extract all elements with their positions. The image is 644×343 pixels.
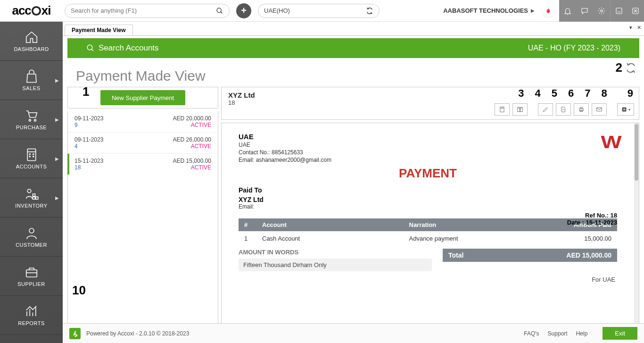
print-button[interactable] [574,103,589,116]
bell-icon [563,7,572,15]
attach-button[interactable] [495,103,510,116]
doc-company-contact: Contact No.: 8854125633 [239,149,331,156]
new-supplier-payment-button[interactable]: New Supplier Payment [100,90,185,105]
search-icon[interactable] [216,7,223,15]
nav-sales[interactable]: SALES ▶ [0,61,63,100]
search-input[interactable] [71,7,216,14]
scrollbar[interactable] [634,123,639,343]
svg-rect-21 [35,197,38,199]
marker-5: 5 [552,87,557,100]
nav-dashboard[interactable]: DASHBOARD [0,22,63,61]
sidebar: DASHBOARD SALES ▶ PURCHASE ▶ ACCOUNTS ▶ … [0,22,63,343]
paidto-label: Paid To [239,186,617,194]
marker-6: 6 [568,87,574,100]
messages-button[interactable] [576,0,593,22]
payment-item-selected[interactable]: 15-11-202318 AED 15,000.00ACTIVE [68,153,218,175]
svg-point-17 [33,156,33,157]
nav-purchase[interactable]: PURCHASE ▶ [0,100,63,139]
footer: Powered by Accoxi - 2.0.10 © 2018-2023 F… [63,323,644,343]
nav-reports[interactable]: REPORTS [0,296,63,335]
for-company: For UAE [443,276,617,283]
svg-rect-32 [518,107,520,111]
close-button[interactable] [627,0,644,22]
nav-inventory[interactable]: INVENTORY ▶ [0,178,63,218]
chart-icon [25,304,39,318]
attach-icon [499,106,505,113]
document-title: PAYMENT [239,166,617,181]
th-narration: Narration [409,218,556,231]
tab-dropdown[interactable]: ▾ [629,25,632,31]
detail-header: XYZ Ltd 18 3 4 5 6 7 8 9 [221,87,639,120]
journal-button[interactable] [512,103,528,116]
svg-point-14 [29,154,30,155]
logo-ring-icon [31,6,41,16]
branch-label: UAE(HO) [264,7,290,14]
printer-icon [578,106,585,113]
svg-point-11 [34,119,36,121]
search-accounts-button[interactable]: Search Accounts [86,43,159,53]
svg-point-10 [29,119,31,121]
edit-button[interactable] [538,103,553,116]
nav-accounts[interactable]: ACCOUNTS ▶ [0,139,63,178]
email-button[interactable] [592,103,607,116]
marker-9: 9 [627,87,633,100]
title-row: Payment Made View 2 [63,60,644,87]
footer-faq[interactable]: FAQ's [524,330,539,337]
marker-10: 10 [72,283,86,298]
tab-payment-made-view[interactable]: Payment Made View [65,25,133,35]
payment-item[interactable]: 09-11-20234 AED 26,000.00ACTIVE [68,132,218,153]
cart-icon [25,109,39,123]
th-num: # [239,218,262,231]
doc-date: Date : 15-11-2023 [567,219,617,226]
svg-point-15 [33,154,33,155]
svg-rect-12 [27,149,36,161]
doc-company-loc: UAE [239,142,331,148]
marker-8: 8 [602,87,607,100]
settings-button[interactable] [593,0,610,22]
svg-rect-38 [580,107,583,109]
payment-item[interactable]: 09-11-20239 AED 20,000.00ACTIVE [68,111,218,132]
sync-icon[interactable] [366,7,373,15]
fire-icon [545,8,552,14]
pdf-button[interactable] [556,103,571,116]
svg-rect-20 [33,197,35,199]
branch-selector[interactable]: UAE(HO) [258,4,380,18]
page-title: Payment Made View [76,68,206,84]
global-search[interactable] [65,4,230,18]
payments-panel: New Supplier Payment 09-11-20239 AED 20,… [67,87,218,343]
bag-icon [25,69,39,84]
supplier-name: XYZ Ltd [228,91,255,99]
tab-close[interactable]: ✕ [637,25,641,31]
nav-customer[interactable]: CUSTOMER [0,218,63,257]
total-label: Total [448,251,463,259]
refresh-button[interactable] [625,62,636,74]
marker-1: 1 [83,84,89,99]
quick-add-button[interactable]: + [236,3,251,18]
marker-2: 2 [616,60,622,75]
minimize-button[interactable] [610,0,627,22]
calculator-icon [25,148,39,162]
chevron-right-icon[interactable]: ▶ [531,8,535,13]
chevron-right-icon: ▶ [55,195,59,201]
svg-point-4 [601,9,603,12]
notifications-button[interactable] [559,0,576,22]
paidto-email: Email: [239,203,617,210]
tab-controls: ▾ ✕ [629,25,641,31]
doc-company-email: Email: ashanameer2000@gmail.com [239,157,331,163]
content-split: New Supplier Payment 09-11-20239 AED 20,… [63,87,644,343]
footer-help[interactable]: Help [576,330,588,337]
app-logo: accxi [0,3,63,18]
inventory-icon [25,187,39,201]
table-row: 1 Cash Account Advance payment 15,000.00 [239,231,617,246]
company-logo: W [603,133,617,163]
detail-toolbar [495,103,634,116]
marker-7: 7 [585,87,590,100]
footer-support[interactable]: Support [548,330,568,337]
more-button[interactable] [617,103,634,116]
mail-icon [596,106,603,113]
nav-supplier[interactable]: SUPPLIER [0,257,63,296]
whats-new-button[interactable] [542,5,554,17]
exit-button[interactable]: Exit [603,327,637,340]
scrollbar-thumb[interactable] [635,124,638,181]
svg-rect-31 [500,107,504,112]
